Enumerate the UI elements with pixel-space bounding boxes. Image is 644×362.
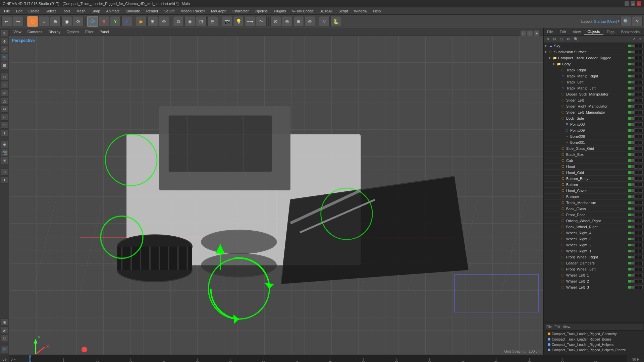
tree-item-hood_cover[interactable]: ⬡Hood_Cover bbox=[544, 188, 644, 194]
badge-tex-0[interactable] bbox=[634, 68, 638, 72]
badge-tex-0[interactable] bbox=[634, 237, 638, 241]
badge-tex-0[interactable] bbox=[634, 74, 638, 78]
lt-torus[interactable]: ⊙ bbox=[1, 105, 8, 113]
badge-render[interactable] bbox=[631, 81, 634, 83]
badge-visibility[interactable] bbox=[628, 274, 631, 277]
badge-tex-1[interactable] bbox=[639, 50, 643, 54]
toolbar-mirror[interactable]: ⊡ bbox=[196, 16, 207, 27]
badge-tex-1[interactable] bbox=[639, 128, 643, 132]
viewport-canvas[interactable]: Perspective bbox=[9, 36, 543, 355]
tree-item-slider_left[interactable]: ⬡Slider_Left bbox=[544, 97, 644, 103]
badge-visibility[interactable] bbox=[628, 75, 631, 77]
badge-tex-1[interactable] bbox=[639, 237, 643, 241]
badge-tex-0[interactable] bbox=[634, 255, 638, 259]
badge-visibility[interactable] bbox=[628, 226, 631, 228]
toolbar-render-view[interactable]: ⊞ bbox=[147, 16, 158, 27]
badge-visibility[interactable] bbox=[628, 135, 631, 138]
badge-tex-0[interactable] bbox=[634, 153, 638, 157]
tree-item-body_side[interactable]: ⬡Body_Side bbox=[544, 115, 644, 121]
vp-icon-camera[interactable]: ✛ bbox=[527, 31, 533, 36]
tree-item-dipper_stick_manipulator[interactable]: ⬡Dipper_Stick_Manipulator bbox=[544, 91, 644, 97]
lt-text[interactable]: T bbox=[1, 129, 8, 137]
badge-tex-1[interactable] bbox=[639, 56, 643, 60]
badge-render[interactable] bbox=[631, 201, 634, 204]
badge-tex-1[interactable] bbox=[639, 261, 643, 265]
toolbar-redo[interactable]: ↪ bbox=[13, 16, 23, 27]
badge-visibility[interactable] bbox=[628, 105, 631, 108]
lt-plane[interactable]: ▭ bbox=[1, 113, 8, 121]
badge-tex-1[interactable] bbox=[639, 116, 643, 120]
badge-render[interactable] bbox=[631, 214, 634, 216]
badge-render[interactable] bbox=[631, 274, 634, 277]
badge-tex-1[interactable] bbox=[639, 189, 643, 193]
lt-spline[interactable]: 〜 bbox=[1, 121, 8, 129]
badge-tex-0[interactable] bbox=[634, 267, 638, 271]
badge-tex-0[interactable] bbox=[634, 165, 638, 169]
badge-tex-1[interactable] bbox=[639, 255, 643, 259]
toolbar-mode-edges[interactable]: ⊕ bbox=[50, 16, 61, 27]
menu-item-3dtoall[interactable]: 3DToAll bbox=[317, 8, 335, 14]
toolbar-light[interactable]: 💡 bbox=[233, 16, 244, 27]
badge-visibility[interactable] bbox=[628, 93, 631, 96]
lt-scale[interactable]: ⤢ bbox=[1, 46, 8, 53]
rt-btn-1[interactable]: ⊕ bbox=[545, 37, 550, 41]
toolbar-python[interactable]: 🐍 bbox=[330, 16, 341, 27]
vp-icon-lock[interactable]: ↔ bbox=[521, 31, 526, 36]
badge-render[interactable] bbox=[631, 238, 634, 240]
badge-render[interactable] bbox=[631, 268, 634, 270]
tree-item-slider_right_manipulator[interactable]: ⬡Slider_Right_Manipulator bbox=[544, 103, 644, 109]
lt-paint[interactable]: 🖌 bbox=[1, 326, 8, 334]
badge-render[interactable] bbox=[631, 153, 634, 156]
badge-tex-0[interactable] bbox=[634, 116, 638, 120]
tree-item-bone008[interactable]: ⤳Bone008 bbox=[544, 133, 644, 139]
lt-null[interactable]: ⊕ bbox=[1, 141, 8, 148]
badge-tex-0[interactable] bbox=[634, 261, 638, 265]
badge-render[interactable] bbox=[631, 280, 634, 283]
badge-tex-0[interactable] bbox=[634, 171, 638, 175]
toolbar-gen[interactable]: ⊚ bbox=[282, 16, 292, 27]
toolbar-array[interactable]: ⊟ bbox=[207, 16, 218, 27]
badge-visibility[interactable] bbox=[628, 177, 631, 180]
toolbar-search[interactable]: 🔍 bbox=[621, 16, 631, 27]
badge-visibility[interactable] bbox=[628, 165, 631, 168]
badge-tex-0[interactable] bbox=[634, 122, 638, 126]
badge-tex-1[interactable] bbox=[639, 159, 643, 163]
toolbar-xyz-z[interactable]: Z bbox=[121, 16, 132, 27]
lt-bone[interactable]: ⤳ bbox=[1, 168, 8, 176]
toolbar-render-all[interactable]: ⊛ bbox=[159, 16, 169, 27]
badge-tex-1[interactable] bbox=[639, 171, 643, 175]
badge-visibility[interactable] bbox=[628, 232, 631, 234]
toolbar-spline[interactable]: 〜 bbox=[256, 16, 267, 27]
badge-tex-0[interactable] bbox=[634, 86, 638, 90]
badge-tex-0[interactable] bbox=[634, 177, 638, 181]
badge-render[interactable] bbox=[631, 189, 634, 192]
menu-item-simulate[interactable]: Simulate bbox=[123, 8, 143, 14]
toolbar-magnet[interactable]: ◈ bbox=[184, 16, 195, 27]
badge-visibility[interactable] bbox=[628, 99, 631, 102]
badge-render[interactable] bbox=[631, 165, 634, 168]
tree-item-point008[interactable]: ⊕Point008 bbox=[544, 121, 644, 127]
toolbar-undo[interactable]: ↩ bbox=[1, 16, 12, 27]
badge-visibility[interactable] bbox=[628, 153, 631, 156]
badge-tex-0[interactable] bbox=[634, 183, 638, 187]
vm-display[interactable]: Display bbox=[46, 29, 63, 35]
badge-tex-1[interactable] bbox=[639, 195, 643, 199]
tree-item-wheel_left_1[interactable]: ⬡Wheel_Left_1 bbox=[544, 272, 644, 278]
close-button[interactable]: ✕ bbox=[637, 1, 641, 6]
badge-visibility[interactable] bbox=[628, 171, 631, 174]
badge-visibility[interactable] bbox=[628, 129, 631, 132]
tree-item-back_wheel_right[interactable]: ⬡Back_Wheel_Right bbox=[544, 224, 644, 230]
badge-visibility[interactable] bbox=[628, 262, 631, 264]
badge-visibility[interactable] bbox=[628, 207, 631, 210]
tree-item-subdivision-surface[interactable]: ▶⬡Subdivision Surface bbox=[544, 49, 644, 55]
badge-render[interactable] bbox=[631, 87, 634, 89]
badge-visibility[interactable] bbox=[628, 189, 631, 192]
menu-item-mesh[interactable]: Mesh bbox=[74, 8, 88, 14]
menu-item-plugins[interactable]: Plugins bbox=[271, 8, 288, 14]
badge-tex-1[interactable] bbox=[639, 207, 643, 211]
badge-visibility[interactable] bbox=[628, 280, 631, 283]
tree-item-track_manip_right[interactable]: ⤳Track_Manip_Right bbox=[544, 73, 644, 79]
vm-view[interactable]: View bbox=[11, 29, 24, 35]
right-tab-tags[interactable]: Tags bbox=[603, 29, 618, 35]
badge-tex-0[interactable] bbox=[634, 56, 638, 60]
